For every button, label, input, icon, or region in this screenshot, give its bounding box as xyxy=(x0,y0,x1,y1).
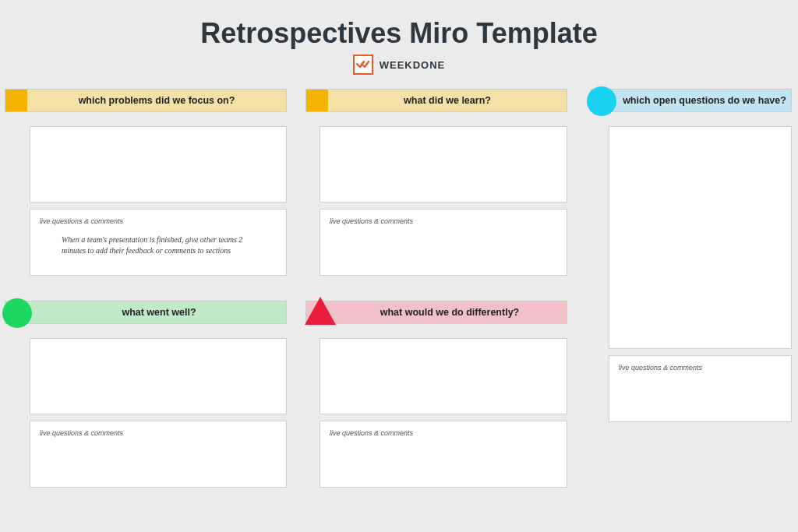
weekdone-logo-icon xyxy=(353,55,373,75)
brand-name: WEEKDONE xyxy=(380,59,446,71)
section-header-wentwell[interactable]: what went well? xyxy=(5,301,287,324)
comments-label: live questions & comments xyxy=(330,217,557,225)
comments-panel[interactable]: live questions & comments xyxy=(320,209,567,276)
content-panel[interactable] xyxy=(320,126,567,203)
triangle-icon xyxy=(305,297,336,325)
square-icon xyxy=(306,90,328,111)
content-panel[interactable] xyxy=(609,126,792,349)
comments-panel[interactable]: live questions & comments xyxy=(609,355,792,422)
comments-panel[interactable]: live questions & comments When a team's … xyxy=(30,209,287,276)
comments-body: When a team's presentation is finished, … xyxy=(40,225,277,262)
comments-label: live questions & comments xyxy=(330,429,557,437)
section-title: what would we do differently? xyxy=(333,307,567,318)
comments-label: live questions & comments xyxy=(619,364,782,372)
comments-body xyxy=(619,372,782,387)
page-title: Retrospectives Miro Template xyxy=(0,0,798,50)
section-title: which open questions do we have? xyxy=(618,95,791,106)
section-title: which problems did we focus on? xyxy=(27,95,286,106)
comments-panel[interactable]: live questions & comments xyxy=(30,421,287,488)
circle-icon xyxy=(2,298,32,328)
comments-body xyxy=(330,437,557,453)
board-canvas[interactable]: which problems did we focus on? live que… xyxy=(0,75,798,529)
comments-label: live questions & comments xyxy=(40,429,277,437)
section-open-questions[interactable]: which open questions do we have? live qu… xyxy=(591,89,792,422)
comments-panel[interactable]: live questions & comments xyxy=(320,421,567,488)
section-title: what did we learn? xyxy=(328,95,567,106)
brand-row: WEEKDONE xyxy=(0,50,798,75)
section-problems[interactable]: which problems did we focus on? live que… xyxy=(5,89,287,276)
section-header-learn[interactable]: what did we learn? xyxy=(305,89,567,112)
comments-body xyxy=(40,437,277,453)
section-header-problems[interactable]: which problems did we focus on? xyxy=(5,89,287,112)
section-header-differently[interactable]: what would we do differently? xyxy=(305,301,567,324)
comments-label: live questions & comments xyxy=(40,217,277,225)
section-went-well[interactable]: what went well? live questions & comment… xyxy=(5,301,287,488)
content-panel[interactable] xyxy=(30,126,287,203)
section-title: what went well? xyxy=(32,307,286,318)
content-panel[interactable] xyxy=(30,338,287,414)
section-differently[interactable]: what would we do differently? live quest… xyxy=(305,301,567,488)
section-learn[interactable]: what did we learn? live questions & comm… xyxy=(305,89,567,276)
circle-icon xyxy=(587,86,616,116)
comments-body xyxy=(330,225,557,241)
section-header-open[interactable]: which open questions do we have? xyxy=(591,89,792,112)
content-panel[interactable] xyxy=(320,338,567,414)
square-icon xyxy=(5,90,27,111)
